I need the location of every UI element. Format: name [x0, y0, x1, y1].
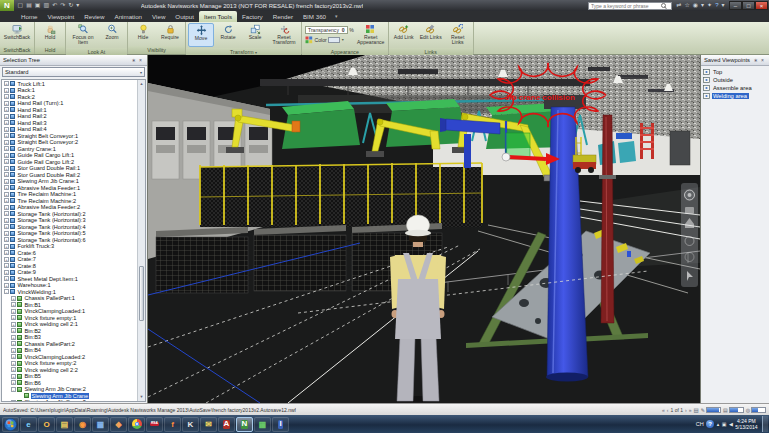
refresh-icon[interactable]: ↻: [67, 0, 75, 11]
help-balloon-icon[interactable]: ?: [706, 420, 714, 428]
firefox-icon[interactable]: f: [164, 417, 181, 432]
design-app-icon[interactable]: ◆: [110, 417, 127, 432]
expand-toggle-icon[interactable]: +: [4, 120, 9, 125]
viewport-navigation-bar[interactable]: [681, 183, 698, 287]
scroll-down-icon[interactable]: ▼: [138, 393, 145, 401]
expand-toggle-icon[interactable]: +: [4, 166, 9, 171]
volume-icon[interactable]: ◀: [729, 421, 733, 427]
expand-toggle-icon[interactable]: -: [4, 289, 9, 294]
expand-toggle-icon[interactable]: +: [4, 250, 9, 255]
expand-toggle-icon[interactable]: +: [4, 133, 9, 138]
expand-toggle-icon[interactable]: +: [4, 276, 9, 281]
viewpoint-item[interactable]: Welding area: [701, 92, 769, 100]
chrome-icon[interactable]: [128, 417, 145, 432]
switchback-button[interactable]: SwitchBack: [2, 23, 32, 45]
expand-toggle-icon[interactable]: +: [11, 348, 16, 353]
search-icon[interactable]: [661, 3, 666, 8]
tab-item-tools[interactable]: Item Tools: [199, 11, 237, 22]
tray-expand-icon[interactable]: ▴: [717, 421, 720, 427]
tree-mode-dropdown[interactable]: Standard ▾: [2, 67, 145, 77]
expand-toggle-icon[interactable]: +: [4, 179, 9, 184]
communication-center-icon[interactable]: ✦: [706, 0, 714, 11]
open-file-icon[interactable]: ▤: [25, 0, 34, 11]
explorer-icon[interactable]: ▤: [56, 417, 73, 432]
viewpoint-item[interactable]: Outside: [701, 76, 769, 84]
viewpoint-item[interactable]: Assemble area: [701, 84, 769, 92]
expand-toggle-icon[interactable]: -: [11, 387, 16, 392]
expand-toggle-icon[interactable]: +: [4, 81, 9, 86]
focus-on-item-button[interactable]: Focus on Item: [68, 23, 98, 47]
rsa-icon[interactable]: RSA: [146, 417, 163, 432]
expand-toggle-icon[interactable]: +: [4, 224, 9, 229]
expand-toggle-icon[interactable]: +: [4, 270, 9, 275]
expand-toggle-icon[interactable]: +: [4, 205, 9, 210]
close-button[interactable]: ×: [755, 1, 768, 10]
transparency-field[interactable]: Transparency 0: [305, 26, 348, 34]
expand-toggle-icon[interactable]: +: [4, 127, 9, 132]
expand-toggle-icon[interactable]: +: [11, 354, 16, 359]
save-file-icon[interactable]: ▣: [33, 0, 42, 11]
expand-toggle-icon[interactable]: +: [4, 88, 9, 93]
expand-toggle-icon[interactable]: +: [4, 185, 9, 190]
viewport-3d[interactable]: Jib crane collision: [148, 55, 700, 403]
color-swatch[interactable]: [328, 37, 340, 43]
expand-toggle-icon[interactable]: +: [4, 107, 9, 112]
sign-in-user-icon[interactable]: ◉: [691, 0, 699, 11]
search-input[interactable]: [591, 3, 661, 9]
add-link-button[interactable]: Add Link: [391, 23, 417, 47]
expand-toggle-icon[interactable]: +: [4, 172, 9, 177]
expand-toggle-icon[interactable]: +: [4, 257, 9, 262]
hold-button[interactable]: Hold: [37, 23, 63, 45]
tab-render[interactable]: Render: [268, 11, 298, 22]
autocad-icon[interactable]: A: [218, 417, 235, 432]
search-box[interactable]: [588, 2, 672, 10]
scroll-thumb[interactable]: [139, 266, 144, 321]
pin-icon[interactable]: ∗: [130, 55, 137, 65]
blueprint-app-icon[interactable]: ▦: [92, 417, 109, 432]
help-menu-icon[interactable]: ▾: [720, 0, 726, 11]
new-file-icon[interactable]: ▢: [16, 0, 25, 11]
viewpoint-item[interactable]: Top: [701, 68, 769, 76]
reset-transform-button[interactable]: Reset Transform: [269, 23, 299, 47]
expand-toggle-icon[interactable]: +: [4, 263, 9, 268]
edit-links-button[interactable]: Edit Links: [418, 23, 444, 47]
expand-toggle-icon[interactable]: +: [11, 361, 16, 366]
rotate-button[interactable]: Rotate: [215, 23, 241, 47]
panel-close-icon[interactable]: ×: [137, 55, 144, 65]
move-button[interactable]: Move: [188, 23, 214, 47]
require-button[interactable]: Require: [157, 23, 183, 45]
transform-menu-caret[interactable]: ▾: [255, 50, 257, 55]
first-sheet-icon[interactable]: «: [662, 407, 665, 413]
tab-output[interactable]: Output: [170, 11, 199, 22]
tab-animation[interactable]: Animation: [110, 11, 148, 22]
expand-toggle-icon[interactable]: +: [4, 192, 9, 197]
expand-toggle-icon[interactable]: +: [4, 101, 9, 106]
tree-scrollbar[interactable]: ▲ ▼: [137, 80, 145, 401]
favorites-star-icon[interactable]: ☆: [683, 0, 691, 11]
color-caret-icon[interactable]: ▾: [342, 37, 344, 42]
pan-icon[interactable]: [685, 207, 694, 214]
language-indicator[interactable]: CH: [696, 421, 704, 427]
expand-toggle-icon[interactable]: +: [4, 211, 9, 216]
hide-button[interactable]: Hide: [130, 23, 156, 45]
last-sheet-icon[interactable]: »: [689, 407, 692, 413]
qat-menu-icon[interactable]: ▾: [75, 0, 81, 11]
expand-toggle-icon[interactable]: +: [11, 380, 16, 385]
navisworks-icon[interactable]: N: [236, 417, 253, 432]
clock[interactable]: 4:24 PM 5/13/2014: [735, 418, 757, 430]
expand-toggle-icon[interactable]: +: [4, 114, 9, 119]
viewport-3d-scene[interactable]: Jib crane collision: [148, 55, 700, 403]
expand-toggle-icon[interactable]: +: [4, 198, 9, 203]
tab-viewpoint[interactable]: Viewpoint: [43, 11, 80, 22]
outlook-icon[interactable]: O: [38, 417, 55, 432]
redo-icon[interactable]: ↷: [59, 0, 67, 11]
scroll-up-icon[interactable]: ▲: [138, 80, 145, 88]
expand-toggle-icon[interactable]: +: [11, 309, 16, 314]
sheet-browser-icon[interactable]: ▤: [693, 407, 698, 413]
expand-toggle-icon[interactable]: +: [11, 341, 16, 346]
expand-toggle-icon[interactable]: +: [4, 146, 9, 151]
expand-toggle-icon[interactable]: +: [11, 322, 16, 327]
tab-bim-360[interactable]: BIM 360: [298, 11, 331, 22]
expand-toggle-icon[interactable]: +: [11, 335, 16, 340]
expand-toggle-icon[interactable]: +: [4, 237, 9, 242]
